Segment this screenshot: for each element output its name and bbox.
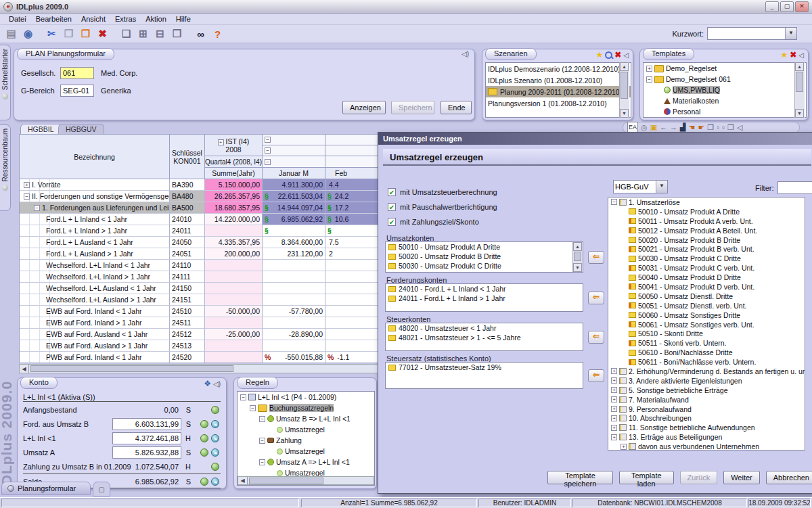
- panel-collapse-icon[interactable]: ◁): [213, 380, 221, 388]
- cell-bezeichnung[interactable]: Wechselford. L+L Inland < 1 Jahr: [20, 260, 170, 271]
- collapse-icon[interactable]: −: [259, 459, 265, 465]
- panel-icon[interactable]: ❖: [204, 379, 211, 388]
- header-ist[interactable]: + IST (I4) 2008: [205, 135, 263, 156]
- cell-summe[interactable]: [205, 294, 263, 306]
- cell-summe[interactable]: [205, 352, 263, 363]
- hand-right-icon[interactable]: ☛: [698, 122, 704, 133]
- panel-collapse-icon[interactable]: ◁: [623, 51, 629, 59]
- cell-summe[interactable]: 18.680.357,95: [205, 202, 263, 214]
- account-tree-item[interactable]: +2. Erhöhung/Verminderung d. Bestands an…: [608, 367, 805, 376]
- menu-item-datei[interactable]: Datei: [4, 14, 31, 24]
- account-tree-item[interactable]: −1. Umsatzerlöse: [608, 198, 805, 207]
- dialog-title-bar[interactable]: Umsatzregel erzeugen: [378, 133, 812, 145]
- cell-bezeichnung[interactable]: Wechselford. L+L Ausland > 1 Jahr: [20, 294, 170, 306]
- close-button[interactable]: ✕: [795, 1, 809, 12]
- footer-tab-new[interactable]: ▢: [93, 482, 110, 497]
- cell-februar[interactable]: [325, 260, 378, 271]
- chevron-down-icon[interactable]: ▼: [656, 181, 667, 193]
- header-collapse-icon[interactable]: −: [265, 137, 271, 143]
- checkbox-checked-icon[interactable]: ✔: [388, 188, 396, 196]
- konto-value-field[interactable]: 4.372.461,88: [112, 432, 181, 444]
- cell-februar[interactable]: [325, 317, 378, 329]
- cell-januar[interactable]: §14.944.097,04: [263, 202, 325, 214]
- template-item[interactable]: Personal: [644, 106, 806, 117]
- scrollbar-thumb[interactable]: [574, 252, 581, 261]
- footer-tab-planungsformular[interactable]: Planungsformular: [1, 482, 91, 495]
- collapse-icon[interactable]: −: [259, 416, 265, 422]
- panel-collapse-icon[interactable]: ◁): [461, 50, 469, 57]
- cell-schluessel[interactable]: 24151: [170, 294, 205, 306]
- cascade-window-icon[interactable]: ❏: [118, 26, 134, 42]
- cell-summe[interactable]: 26.265.357,95: [205, 191, 263, 202]
- cell-schluessel[interactable]: 24520: [170, 352, 205, 363]
- tree-expander-icon[interactable]: −: [24, 193, 30, 200]
- expand-all-icon[interactable]: ⊞: [135, 26, 151, 42]
- account-tree-item[interactable]: 50510 - Skonti Dritte: [608, 329, 805, 338]
- header-collapse-icon[interactable]: −: [265, 159, 271, 165]
- section-listbox[interactable]: 77012 - Umsatzsteuer-Satz 19%: [385, 362, 583, 389]
- preview-icon[interactable]: ◉: [20, 26, 36, 42]
- lock-icon[interactable]: [200, 434, 208, 442]
- account-tree-item[interactable]: 50040 - Umsatz Produkt D Dritte: [608, 273, 805, 282]
- tile-window-icon[interactable]: ❐: [169, 26, 185, 42]
- scrollbar-thumb[interactable]: [621, 72, 628, 99]
- cell-februar[interactable]: §17.2: [325, 202, 378, 214]
- cell-februar[interactable]: §: [325, 225, 378, 237]
- cell-bezeichnung[interactable]: Wechselford. L+L Inland > 1 Jahr: [20, 271, 170, 283]
- section-list-item[interactable]: 50020 - Umsatz Produkt B Dritte: [386, 252, 583, 261]
- copy-window-icon[interactable]: ❐: [707, 122, 714, 133]
- scroll-left-icon[interactable]: ◀: [238, 477, 248, 484]
- header-januar[interactable]: Januar M: [263, 168, 325, 179]
- delete-icon[interactable]: ✖: [614, 50, 621, 60]
- template-item[interactable]: +Demo_Regelset: [644, 63, 806, 74]
- regel-item[interactable]: Umsatzregel: [238, 446, 374, 457]
- anzeigen-button[interactable]: Anzeigen: [342, 101, 386, 114]
- regel-item[interactable]: −Umsatz B => L+L Inl <1: [238, 413, 374, 424]
- account-tree-item[interactable]: 50012 - Umsatz Produkt A Beteil. Unt.: [608, 226, 805, 235]
- cell-summe[interactable]: [205, 260, 263, 271]
- menu-item-hilfe[interactable]: Hilfe: [171, 14, 196, 24]
- scroll-down-icon[interactable]: ▼: [620, 109, 629, 118]
- speichern-button[interactable]: Speichern: [391, 101, 434, 114]
- expand-icon[interactable]: +: [611, 425, 617, 431]
- account-tree-item[interactable]: 50060 - Umsatz Sonstiges Dritte: [608, 310, 805, 320]
- window-small-icon[interactable]: ▫: [717, 122, 719, 133]
- account-tree-item[interactable]: +11. Sonstige betriebliche Aufwendungen: [608, 423, 805, 432]
- cell-schluessel[interactable]: 24150: [170, 283, 205, 294]
- cell-februar[interactable]: [325, 271, 378, 283]
- section-list-item[interactable]: 24010 - Ford.L + L Inland < 1 Jahr: [386, 284, 583, 294]
- hand-left-icon[interactable]: ☚: [689, 122, 696, 133]
- menu-item-extras[interactable]: Extras: [110, 14, 141, 24]
- regel-item[interactable]: −Zahlung: [238, 435, 374, 446]
- account-tree-item[interactable]: +10. Abschreibungen: [608, 413, 805, 423]
- template-item[interactable]: Materialkosten: [644, 95, 806, 106]
- account-tree-item[interactable]: 50051 - Umsatz Dienstl. verb. Unt.: [608, 301, 805, 310]
- menu-item-ansicht[interactable]: Ansicht: [76, 14, 110, 24]
- lock-icon[interactable]: [211, 463, 219, 471]
- sidebar-tab-schnellstarter[interactable]: Schnellstarter: [0, 45, 11, 120]
- cell-januar[interactable]: §: [263, 225, 325, 237]
- ende-button[interactable]: Ende: [441, 101, 472, 114]
- cell-summe[interactable]: 14.220.000,00: [205, 214, 263, 225]
- cell-bezeichnung[interactable]: +I. Vorräte: [20, 179, 170, 191]
- scroll-left-icon[interactable]: ◀: [20, 365, 29, 373]
- cell-februar[interactable]: §10.6: [325, 214, 378, 225]
- cell-februar[interactable]: [325, 283, 378, 294]
- expand-icon[interactable]: +: [611, 368, 617, 374]
- cell-februar[interactable]: 7.5: [325, 237, 378, 248]
- cell-bezeichnung[interactable]: Ford.L + L Ausland > 1 Jahr: [20, 248, 170, 260]
- cell-januar[interactable]: §6.985.062,92: [263, 214, 325, 225]
- account-tree-item[interactable]: +9. Personalaufwand: [608, 405, 805, 414]
- section-list-item[interactable]: 24011 - Ford.L + L Inland > 1 Jahr: [386, 294, 583, 303]
- cell-schluessel[interactable]: 24510: [170, 306, 205, 317]
- account-tree-item[interactable]: 50050 - Umsatz Dienstl. Dritte: [608, 292, 805, 301]
- expand-icon[interactable]: +: [646, 66, 652, 72]
- expand-icon[interactable]: +: [218, 139, 224, 145]
- scrollbar-thumb[interactable]: [796, 72, 803, 92]
- cell-summe[interactable]: 4.335.357,95: [205, 237, 263, 248]
- back-icon[interactable]: ◂: [211, 434, 219, 442]
- account-tree-item[interactable]: +davon aus verbundenen Unternehmen: [608, 442, 805, 451]
- account-tree-item[interactable]: +5. Sonstige betriebliche Erträge: [608, 386, 805, 395]
- lock-icon[interactable]: [200, 478, 208, 486]
- szenario-item[interactable]: Planung 2009-2011 (01.2008-12.2010): [486, 86, 631, 97]
